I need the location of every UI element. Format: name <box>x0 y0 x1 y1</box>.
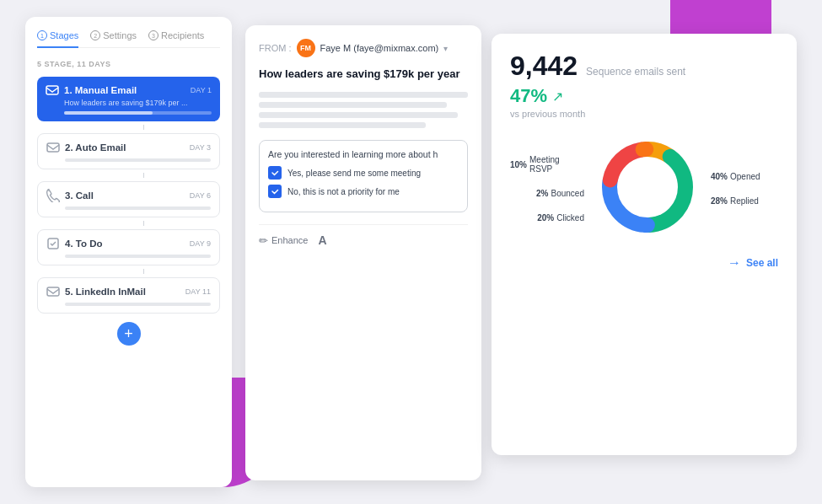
text-clicked: Clicked <box>556 213 584 223</box>
stage-1-subtitle: How leaders are saving $179k per ... <box>64 99 212 107</box>
right-labels: 40% Opened 28% Replied <box>711 172 778 206</box>
poll-option-text-1: Yes, please send me some meeting <box>287 169 421 178</box>
stage-4-name: 4. To Do <box>65 239 185 249</box>
enhance-label: Enhance <box>271 235 308 245</box>
donut-chart <box>593 132 702 245</box>
todo-icon <box>46 237 60 250</box>
stage-5-name: 5. LinkedIn InMail <box>65 287 180 297</box>
tab-circle-stages: 1 <box>37 30 47 40</box>
stats-header: 9,442 Sequence emails sent <box>510 51 778 82</box>
label-replied: 28% Replied <box>711 196 759 206</box>
poll-option-2: No, this is not a priority for me <box>268 185 459 198</box>
tab-circle-settings: 2 <box>90 30 100 40</box>
add-stage-button[interactable]: + <box>117 322 141 346</box>
pct-rsvp: 10% <box>510 160 527 169</box>
email-panel: FROM : FM Faye M (faye@mixmax.com) ▾ How… <box>245 25 481 480</box>
enhance-icon: ✏ <box>259 234 268 247</box>
tab-settings[interactable]: 2 Settings <box>90 30 137 40</box>
chart-area: 10% Meeting RSVP 2% Bounced 20% Clicked <box>510 132 778 245</box>
stages-panel: 1 Stages 2 Settings 3 Recipients 5 Stage… <box>25 17 232 487</box>
sender-name: Faye M (faye@mixmax.com) <box>320 43 439 53</box>
email-line-3 <box>259 112 458 118</box>
poll-option-text-2: No, this is not a priority for me <box>287 187 400 196</box>
stage-item-4[interactable]: 4. To Do DAY 9 <box>37 229 220 265</box>
stats-panel: 9,442 Sequence emails sent 47% ↗ vs prev… <box>492 34 797 455</box>
email-poll: Are you interested in learning more abou… <box>259 140 468 212</box>
text-opened: Opened <box>730 172 760 181</box>
stage-meta: 5 Stage, 11 Days <box>37 60 220 68</box>
connector-4 <box>143 269 144 274</box>
call-icon <box>46 189 60 202</box>
stage-2-name: 2. Auto Email <box>65 142 185 153</box>
text-replied: Replied <box>730 196 759 206</box>
stage-2-day: DAY 3 <box>190 143 211 152</box>
label-rsvp: 10% Meeting RSVP <box>510 155 584 174</box>
see-all-button[interactable]: See all <box>746 257 778 269</box>
text-rsvp: Meeting RSVP <box>529 155 584 174</box>
stage-header-2: 2. Auto Email DAY 3 <box>46 141 211 154</box>
auto-email-icon <box>46 141 60 154</box>
poll-checkbox-1[interactable] <box>268 166 282 180</box>
linkedin-icon <box>46 285 60 298</box>
from-label: FROM : <box>259 43 292 53</box>
stage-1-day: DAY 1 <box>191 86 212 94</box>
text-bounced: Bounced <box>551 189 584 198</box>
stage-3-day: DAY 6 <box>190 191 211 200</box>
stats-compare: vs previous month <box>510 109 778 119</box>
trend-icon: ↗ <box>552 88 563 105</box>
pct-opened: 40% <box>711 172 728 181</box>
font-label: A <box>318 233 326 247</box>
tab-stages[interactable]: 1 Stages <box>37 30 78 48</box>
tab-circle-recipients: 3 <box>148 30 158 40</box>
see-all-arrow-icon: → <box>728 255 741 271</box>
label-clicked: 20% Clicked <box>537 213 584 223</box>
label-opened: 40% Opened <box>711 172 760 181</box>
stage-header-4: 4. To Do DAY 9 <box>46 237 211 250</box>
poll-checkbox-2[interactable] <box>268 185 282 198</box>
stage-item-5[interactable]: 5. LinkedIn InMail DAY 11 <box>37 277 220 314</box>
stage-2-bar <box>65 158 211 162</box>
stage-header-5: 5. LinkedIn InMail DAY 11 <box>46 285 211 298</box>
pct-bounced: 2% <box>536 189 548 198</box>
email-line-1 <box>259 92 468 98</box>
stage-1-bar-fill <box>64 111 153 115</box>
enhance-button[interactable]: ✏ Enhance <box>259 234 308 247</box>
sender-avatar: FM <box>297 39 315 57</box>
stage-5-bar <box>65 303 211 306</box>
stage-4-day: DAY 9 <box>190 239 211 248</box>
email-line-4 <box>259 122 426 128</box>
svg-rect-3 <box>47 287 59 296</box>
stage-header-3: 3. Call DAY 6 <box>46 189 211 202</box>
stage-item-1[interactable]: 1. Manual Email DAY 1 How leaders are sa… <box>37 77 220 121</box>
stage-1-name: 1. Manual Email <box>64 85 185 95</box>
stage-3-bar <box>65 206 211 210</box>
stage-item-3[interactable]: 3. Call DAY 6 <box>37 181 220 217</box>
main-container: 1 Stages 2 Settings 3 Recipients 5 Stage… <box>25 17 797 487</box>
stage-5-day: DAY 11 <box>185 287 211 296</box>
stats-number: 9,442 <box>510 51 578 82</box>
stats-percent-row: 47% ↗ <box>510 85 778 107</box>
email-toolbar: ✏ Enhance A <box>259 224 468 247</box>
see-all-row: → See all <box>510 255 778 271</box>
stage-1-bar <box>64 111 212 115</box>
font-button[interactable]: A <box>318 233 326 247</box>
sender-chevron-icon[interactable]: ▾ <box>443 44 448 53</box>
email-icon <box>46 83 59 97</box>
stats-percent: 47% <box>510 85 547 107</box>
stage-item-2[interactable]: 2. Auto Email DAY 3 <box>37 133 220 169</box>
tab-recipients[interactable]: 3 Recipients <box>148 30 204 40</box>
poll-question: Are you interested in learning more abou… <box>268 149 459 159</box>
stage-list: 1. Manual Email DAY 1 How leaders are sa… <box>37 77 220 314</box>
checkmark-icon-1 <box>271 169 279 177</box>
email-subject: How leaders are saving $179k per year <box>259 67 468 80</box>
email-body-lines <box>259 92 468 128</box>
donut-svg <box>593 132 702 242</box>
stage-header-1: 1. Manual Email DAY 1 <box>46 83 212 97</box>
svg-rect-0 <box>46 86 58 94</box>
svg-rect-1 <box>47 143 59 152</box>
stats-label: Sequence emails sent <box>586 66 685 78</box>
label-bounced: 2% Bounced <box>536 189 584 198</box>
stage-3-name: 3. Call <box>65 190 185 201</box>
connector-3 <box>143 221 144 226</box>
pct-replied: 28% <box>711 196 728 206</box>
